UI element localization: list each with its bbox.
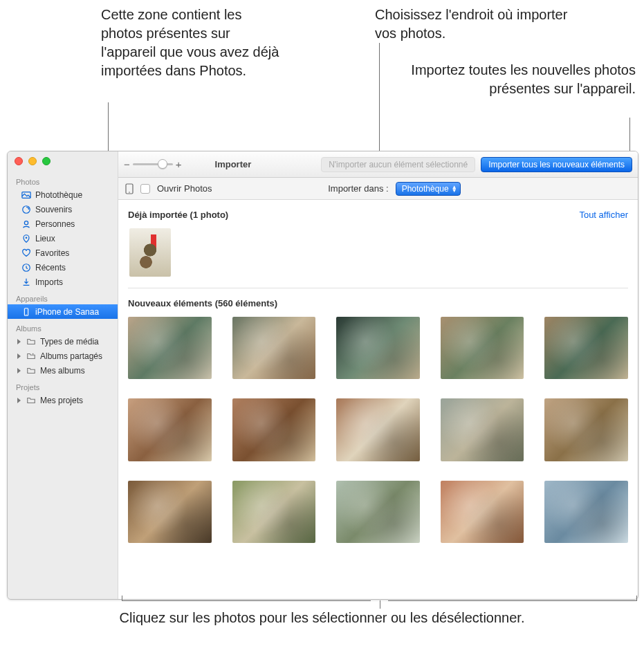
callout-import-all: Importez toutes les nouvelles photos pré… bbox=[373, 61, 636, 98]
sidebar-item-media-types[interactable]: Types de média bbox=[8, 334, 118, 349]
sidebar-item-label: Souvenirs bbox=[35, 205, 72, 214]
photo-thumbnail[interactable] bbox=[232, 398, 316, 461]
people-icon bbox=[21, 219, 31, 229]
already-imported-header-row: Déjà importée (1 photo) Tout afficher bbox=[128, 207, 628, 225]
photo-thumbnail[interactable] bbox=[129, 228, 171, 277]
svg-point-6 bbox=[26, 314, 26, 315]
sidebar-item-label: Mes projets bbox=[40, 396, 83, 405]
close-window-button[interactable] bbox=[15, 157, 23, 165]
folder-icon bbox=[26, 366, 36, 376]
photo-thumbnail[interactable] bbox=[128, 317, 212, 379]
chevron-right-icon bbox=[17, 339, 21, 344]
zoom-knob[interactable] bbox=[158, 159, 167, 169]
new-items-grid bbox=[128, 314, 628, 543]
chevron-right-icon bbox=[17, 398, 21, 403]
svg-point-7 bbox=[33, 353, 34, 354]
svg-point-9 bbox=[129, 192, 130, 193]
sidebar-item-favorites[interactable]: Favorites bbox=[8, 246, 118, 260]
photo-thumbnail[interactable] bbox=[128, 481, 212, 543]
new-items-header: Nouveaux éléments (560 éléments) bbox=[128, 298, 277, 308]
import-selected-button: N'importer aucun élément sélectionné bbox=[321, 157, 475, 172]
thumbnail-zoom-slider[interactable]: − + bbox=[124, 158, 182, 170]
import-to-popup[interactable]: Photothèque ▲▼ bbox=[396, 182, 461, 196]
sidebar-item-places[interactable]: Lieux bbox=[8, 231, 118, 246]
chevron-right-icon bbox=[17, 353, 21, 359]
new-items-header-row: Nouveaux éléments (560 éléments) bbox=[128, 295, 628, 314]
photo-thumbnail[interactable] bbox=[336, 317, 420, 379]
popup-arrows-icon: ▲▼ bbox=[452, 185, 457, 192]
callout-click-select: Cliquez sur les photos pour les sélectio… bbox=[0, 609, 644, 627]
toolbar: − + Importer N'importer aucun élément sé… bbox=[118, 151, 638, 178]
sidebar-item-my-albums[interactable]: Mes albums bbox=[8, 363, 118, 378]
sidebar-item-label: Imports bbox=[35, 277, 63, 287]
section-divider bbox=[128, 288, 628, 288]
already-imported-header: Déjà importée (1 photo) bbox=[128, 210, 228, 220]
minimize-window-button[interactable] bbox=[28, 157, 37, 165]
svg-point-3 bbox=[26, 237, 28, 239]
sidebar-item-label: Photothèque bbox=[35, 190, 82, 200]
sidebar-item-imports[interactable]: Imports bbox=[8, 275, 118, 289]
import-options-bar: Ouvrir Photos Importer dans : Photothèqu… bbox=[118, 178, 638, 200]
sidebar-item-label: Personnes bbox=[35, 219, 75, 229]
sidebar-item-my-projects[interactable]: Mes projets bbox=[8, 393, 118, 407]
show-all-link[interactable]: Tout afficher bbox=[579, 210, 628, 220]
import-all-new-button[interactable]: Importer tous les nouveaux éléments bbox=[481, 157, 632, 172]
sidebar: Photos Photothèque Souvenirs Personnes L… bbox=[8, 151, 118, 599]
clock-icon bbox=[21, 263, 31, 273]
content-scroll-area[interactable]: Déjà importée (1 photo) Tout afficher No… bbox=[118, 200, 638, 599]
shared-folder-icon bbox=[26, 351, 36, 361]
sidebar-item-people[interactable]: Personnes bbox=[8, 216, 118, 231]
sidebar-item-label: Favorites bbox=[35, 248, 69, 258]
bottom-bracket bbox=[122, 600, 637, 609]
photo-thumbnail[interactable] bbox=[441, 317, 524, 379]
photo-thumbnail[interactable] bbox=[544, 398, 628, 461]
device-icon bbox=[125, 183, 134, 194]
zoom-out-icon: − bbox=[124, 158, 130, 170]
app-window: Photos Photothèque Souvenirs Personnes L… bbox=[7, 151, 638, 600]
photo-thumbnail[interactable] bbox=[441, 481, 524, 543]
sidebar-section-devices: Appareils bbox=[8, 289, 118, 304]
sidebar-section-projects: Projets bbox=[8, 378, 118, 393]
photo-thumbnail[interactable] bbox=[336, 398, 420, 461]
callout-import-location: Choisissez l'endroit où importer vos pho… bbox=[375, 6, 582, 43]
chevron-right-icon bbox=[17, 368, 21, 374]
phone-icon bbox=[21, 307, 31, 317]
zoom-in-icon: + bbox=[176, 158, 182, 170]
folder-icon bbox=[26, 337, 36, 347]
sidebar-section-albums: Albums bbox=[8, 319, 118, 334]
sidebar-item-label: Lieux bbox=[35, 234, 55, 243]
photo-thumbnail[interactable] bbox=[336, 481, 420, 543]
sidebar-item-label: Types de média bbox=[40, 337, 99, 347]
heart-icon bbox=[21, 248, 31, 258]
photo-thumbnail[interactable] bbox=[232, 317, 316, 379]
import-to-value: Photothèque bbox=[402, 184, 449, 194]
sidebar-section-photos: Photos bbox=[8, 172, 118, 187]
photo-thumbnail[interactable] bbox=[232, 481, 316, 543]
zoom-track[interactable] bbox=[133, 163, 173, 165]
photo-thumbnail[interactable] bbox=[441, 398, 524, 461]
sidebar-item-label: iPhone de Sanaa bbox=[35, 307, 99, 317]
zoom-window-button[interactable] bbox=[42, 157, 50, 165]
sidebar-item-device-iphone[interactable]: iPhone de Sanaa bbox=[8, 304, 118, 319]
sidebar-item-library[interactable]: Photothèque bbox=[8, 187, 118, 202]
sidebar-item-shared-albums[interactable]: Albums partagés bbox=[8, 349, 118, 363]
sidebar-item-recents[interactable]: Récents bbox=[8, 260, 118, 275]
import-icon bbox=[21, 277, 31, 287]
sidebar-item-memories[interactable]: Souvenirs bbox=[8, 202, 118, 216]
sidebar-item-label: Mes albums bbox=[40, 366, 85, 376]
folder-icon bbox=[26, 396, 36, 405]
library-icon bbox=[21, 190, 31, 200]
main-area: − + Importer N'importer aucun élément sé… bbox=[118, 151, 638, 599]
callout-already-imported: Cette zone contient les photos présentes… bbox=[101, 6, 281, 80]
open-photos-checkbox[interactable] bbox=[140, 184, 150, 194]
sidebar-item-label: Albums partagés bbox=[40, 351, 102, 361]
window-controls bbox=[15, 157, 50, 165]
photo-thumbnail[interactable] bbox=[544, 317, 628, 379]
places-icon bbox=[21, 234, 31, 243]
already-imported-grid bbox=[128, 225, 628, 282]
photo-thumbnail[interactable] bbox=[128, 398, 212, 461]
sidebar-item-label: Récents bbox=[35, 263, 66, 273]
photo-thumbnail[interactable] bbox=[544, 481, 628, 543]
open-photos-label: Ouvrir Photos bbox=[157, 183, 212, 194]
toolbar-title: Importer bbox=[215, 159, 252, 169]
